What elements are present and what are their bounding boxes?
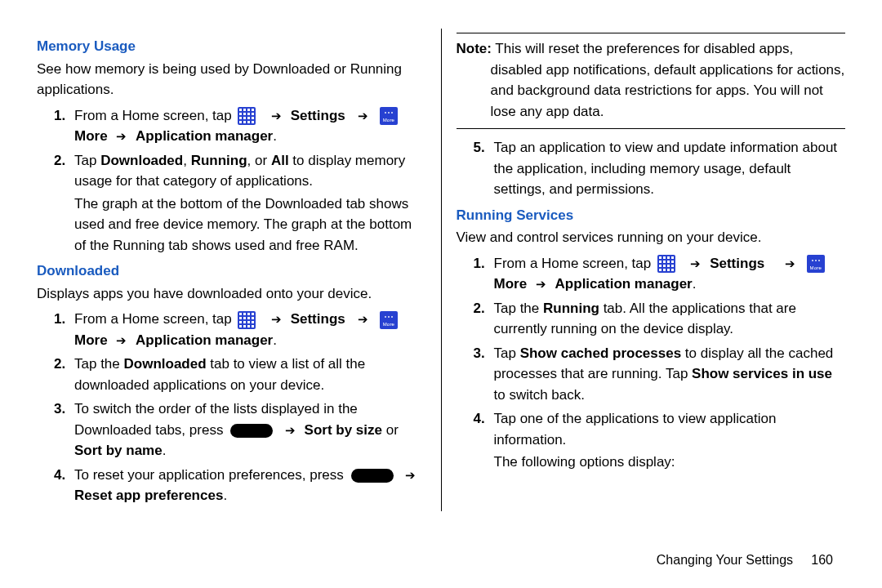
heading-memory-usage: Memory Usage bbox=[37, 36, 426, 57]
heading-downloaded: Downloaded bbox=[37, 261, 426, 282]
step-text: Tap one of the applications to view appl… bbox=[494, 411, 777, 448]
list-item: Tap Downloaded, Running, or All to displ… bbox=[69, 150, 426, 256]
memory-steps-list: From a Home screen, tap Settings More Ap… bbox=[37, 105, 426, 256]
list-item: From a Home screen, tap Settings More Ap… bbox=[489, 253, 846, 295]
inline-bold: Downloaded bbox=[100, 153, 183, 168]
note-box: Note: This will reset the preferences fo… bbox=[457, 33, 846, 129]
inline-bold: Running bbox=[543, 301, 599, 316]
note-text: This will reset the preferences for disa… bbox=[491, 41, 845, 119]
apps-grid-icon bbox=[657, 255, 675, 273]
settings-label: Settings bbox=[291, 108, 345, 123]
memory-intro-text: See how memory is being used by Download… bbox=[37, 59, 426, 100]
inline-bold: Show services in use bbox=[692, 366, 832, 381]
note-label: Note: bbox=[457, 41, 492, 56]
more-icon bbox=[807, 255, 825, 273]
right-column: Note: This will reset the preferences fo… bbox=[457, 33, 846, 511]
step-text: , or bbox=[247, 153, 271, 168]
list-item: Tap Show cached processes to display all… bbox=[489, 343, 846, 406]
arrow-icon bbox=[690, 253, 701, 274]
more-label: More bbox=[74, 128, 108, 144]
inline-bold: Running bbox=[191, 153, 247, 168]
arrow-icon bbox=[405, 465, 416, 486]
arrow-icon bbox=[358, 309, 368, 330]
appmgr-label: Application manager bbox=[136, 332, 273, 348]
inline-bold: Downloaded bbox=[124, 356, 207, 372]
heading-running-services: Running Services bbox=[457, 205, 846, 226]
step-text: Tap the bbox=[494, 301, 544, 316]
more-icon bbox=[380, 107, 398, 125]
arrow-icon bbox=[285, 420, 296, 441]
note-body: Note: This will reset the preferences fo… bbox=[457, 38, 846, 122]
settings-label: Settings bbox=[710, 256, 764, 271]
footer-page-number: 160 bbox=[811, 553, 833, 567]
list-item: Tap the Running tab. All the application… bbox=[489, 298, 846, 340]
step-text: to switch back. bbox=[494, 387, 586, 403]
more-icon bbox=[380, 311, 398, 329]
downloaded-steps-list: From a Home screen, tap Settings More Ap… bbox=[37, 309, 426, 506]
step-subtext: The graph at the bottom of the Downloade… bbox=[74, 194, 426, 256]
apps-grid-icon bbox=[238, 311, 256, 329]
step-text: From a Home screen, tap bbox=[74, 311, 235, 327]
left-column: Memory Usage See how memory is being use… bbox=[37, 33, 426, 511]
inline-bold: All bbox=[271, 153, 289, 168]
continued-steps-list: Tap an application to view and update in… bbox=[457, 137, 846, 200]
arrow-icon bbox=[116, 126, 127, 147]
arrow-icon bbox=[116, 330, 127, 351]
more-label: More bbox=[494, 276, 528, 292]
list-item: Tap the Downloaded tab to view a list of… bbox=[69, 354, 426, 395]
arrow-icon bbox=[536, 274, 546, 295]
list-item: To switch the order of the lists display… bbox=[69, 399, 426, 461]
downloaded-intro-text: Displays apps you have downloaded onto y… bbox=[37, 283, 426, 305]
appmgr-label: Application manager bbox=[555, 276, 693, 292]
arrow-icon bbox=[358, 105, 368, 127]
column-divider bbox=[441, 29, 442, 511]
inline-bold: Show cached processes bbox=[520, 345, 681, 361]
footer-section: Changing Your Settings bbox=[657, 553, 793, 567]
running-intro-text: View and control services running on you… bbox=[457, 227, 846, 248]
step-text: To reset your application preferences, p… bbox=[74, 467, 348, 483]
inline-bold: Sort by size bbox=[305, 422, 382, 438]
step-text: or bbox=[382, 422, 399, 438]
more-label: More bbox=[74, 332, 108, 348]
page-body: Memory Usage See how memory is being use… bbox=[0, 0, 882, 528]
list-item: To reset your application preferences, p… bbox=[69, 465, 426, 506]
menu-key-icon bbox=[351, 469, 394, 483]
step-text: Tap the bbox=[74, 356, 124, 372]
list-item: Tap one of the applications to view appl… bbox=[489, 408, 846, 473]
page-footer: Changing Your Settings 160 bbox=[657, 550, 833, 570]
inline-bold: Reset app preferences bbox=[74, 488, 223, 503]
step-text: , bbox=[183, 153, 190, 168]
apps-grid-icon bbox=[238, 107, 256, 125]
step-text: Tap bbox=[494, 345, 520, 361]
arrow-icon bbox=[271, 105, 282, 127]
step-subtext: The following options display: bbox=[494, 452, 846, 473]
step-text: From a Home screen, tap bbox=[74, 108, 235, 123]
appmgr-label: Application manager bbox=[136, 128, 273, 144]
step-text: From a Home screen, tap bbox=[494, 256, 655, 271]
settings-label: Settings bbox=[291, 311, 345, 327]
arrow-icon bbox=[785, 253, 795, 274]
arrow-icon bbox=[271, 309, 282, 330]
step-text: Tap an application to view and update in… bbox=[494, 140, 838, 197]
step-text: Tap bbox=[74, 153, 100, 168]
running-steps-list: From a Home screen, tap Settings More Ap… bbox=[457, 253, 846, 473]
list-item: Tap an application to view and update in… bbox=[489, 137, 846, 200]
inline-bold: Sort by name bbox=[74, 443, 163, 458]
menu-key-icon bbox=[230, 424, 273, 438]
list-item: From a Home screen, tap Settings More Ap… bbox=[69, 309, 426, 350]
list-item: From a Home screen, tap Settings More Ap… bbox=[69, 105, 426, 147]
